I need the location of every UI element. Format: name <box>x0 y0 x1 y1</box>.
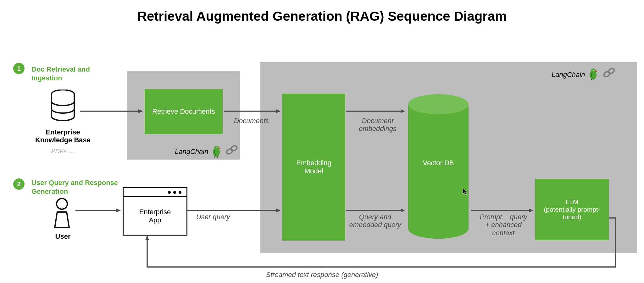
flow-response: Streamed text response (generative) <box>0 271 644 279</box>
flow-documents: Documents <box>234 117 269 125</box>
flow-query-embedded: Query and embedded query <box>345 213 405 229</box>
arrows-layer <box>0 0 644 283</box>
flow-prompt-context: Prompt + query + enhanced context <box>474 213 533 237</box>
flow-user-query: User query <box>196 213 230 221</box>
flow-document-embeddings: Document embeddings <box>351 117 404 133</box>
